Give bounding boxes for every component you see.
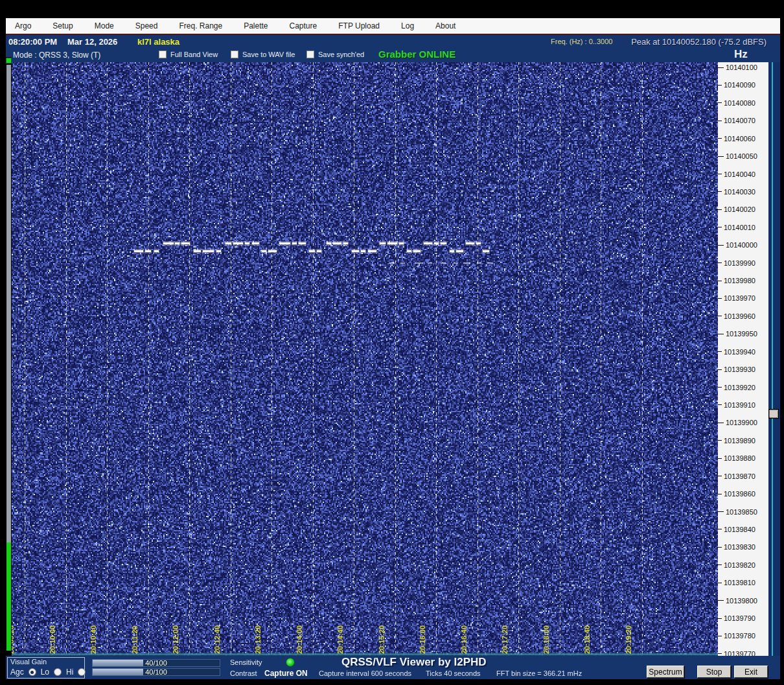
freq-scale-row: 10139810 [718, 579, 755, 587]
freq-scale-row: 10139780 [718, 632, 755, 640]
freq-tick [718, 440, 722, 441]
sensitivity-slider[interactable]: 40/100 [92, 659, 220, 667]
window-left-border [0, 0, 6, 685]
menu-item-setup[interactable]: Setup [52, 21, 73, 30]
freq-scale-row: 10140000 [718, 241, 757, 250]
info-bar: 08:20:00 PM Mar 12, 2026 kl7l alaska Fre… [6, 34, 780, 48]
menu-item-ftp-upload[interactable]: FTP Upload [338, 21, 380, 30]
progress-led-icon [6, 58, 12, 64]
checkbox-group: Save synch'ed [306, 51, 364, 58]
freq-label: 10139970 [724, 294, 755, 302]
freq-scale-row: 10139950 [718, 330, 757, 338]
radio-selected-dot [30, 671, 34, 674]
time-label: 20:17:20 [501, 625, 509, 654]
sensitivity-label: Sensitivity [230, 658, 262, 666]
radio-button-lo[interactable] [54, 668, 62, 676]
freq-label: 10139930 [724, 366, 755, 373]
checkbox-label: Full Band View [170, 51, 218, 58]
menu-item-speed[interactable]: Speed [135, 21, 158, 30]
time-label: 20:14:00 [295, 625, 303, 654]
freq-tick [718, 618, 722, 619]
freq-tick [718, 636, 722, 636]
waterfall-display: 20:09:2020:10:0020:10:4020:11:2020:12:00… [12, 62, 718, 656]
visual-gain-group: Visual Gain AgcLoHi [7, 657, 85, 679]
bottom-control-bar: Visual Gain AgcLoHi Sensitivity Contrast… [6, 656, 780, 679]
freq-scale-row: 10139980 [718, 277, 755, 285]
capture-progress-column [6, 57, 12, 656]
stop-button[interactable]: Stop [697, 666, 731, 678]
freq-scale-row: 10139900 [718, 419, 757, 427]
radio-button-hi[interactable] [78, 668, 86, 676]
freq-tick [718, 209, 722, 210]
menu-item-log[interactable]: Log [401, 21, 414, 30]
freq-label: 10139790 [724, 614, 755, 622]
menu-item-freq-range[interactable]: Freq. Range [179, 21, 222, 30]
freq-label: 10140100 [726, 64, 757, 71]
freq-scale-row: 10139820 [718, 561, 755, 569]
time-label: 20:13:20 [254, 625, 262, 654]
freq-tick [718, 85, 722, 86]
capture-interval-info: Capture interval 600 seconds [319, 669, 411, 677]
menu-item-mode[interactable]: Mode [95, 21, 114, 30]
capture-led-icon [286, 658, 295, 667]
time-label: 20:12:00 [172, 625, 179, 654]
time-label: 20:10:40 [89, 625, 97, 654]
freq-label: 10140080 [724, 99, 755, 107]
frequency-scale: 1014010010140090101400801014007010140060… [718, 62, 768, 658]
freq-scale-row: 10139960 [718, 312, 755, 320]
slider-value: 40/100 [93, 668, 220, 676]
freq-tick [718, 529, 722, 529]
clock-date: Mar 12, 2026 [67, 37, 117, 47]
contrast-label: Contrast [230, 669, 257, 677]
freq-scale-row: 10140060 [718, 134, 755, 143]
peak-readout: Peak at 10140052.180 (-75.2 dBFS) [631, 37, 767, 47]
freq-label: 10140000 [726, 241, 757, 249]
freq-label: 10140050 [726, 152, 757, 160]
freq-scale-row: 10140010 [718, 223, 755, 231]
spectrum-button[interactable]: Spectrum [647, 666, 684, 678]
menu-item-palette[interactable]: Palette [244, 21, 268, 30]
freq-scale-row: 10139910 [718, 401, 755, 409]
exit-button[interactable]: Exit [734, 666, 768, 678]
freq-label: 10139860 [724, 490, 755, 498]
callsign-label: kl7l alaska [137, 37, 179, 47]
freq-label: 10139920 [724, 384, 755, 391]
freq-label: 10139870 [724, 472, 755, 480]
freq-label: 10139950 [726, 330, 757, 338]
time-label: 20:16:40 [460, 625, 468, 654]
freq-label: 10139800 [726, 597, 757, 605]
freq-label: 10140010 [724, 224, 755, 231]
freq-scale-row: 10140070 [718, 117, 755, 125]
freq-scale-row: 10139840 [718, 525, 755, 533]
freq-tick [718, 121, 722, 121]
freq-tick [718, 174, 722, 174]
freq-scale-row: 10139990 [718, 259, 755, 267]
freq-label: 10139910 [724, 401, 755, 409]
checkbox-icon[interactable] [306, 51, 314, 58]
freq-label: 10140040 [724, 170, 755, 178]
menu-item-argo[interactable]: Argo [15, 21, 31, 30]
time-label: 20:12:40 [213, 625, 221, 654]
freq-scale-row: 10140020 [718, 205, 755, 214]
menu-item-capture[interactable]: Capture [290, 21, 317, 30]
freq-tick [718, 351, 722, 352]
scrollbar-thumb[interactable] [769, 410, 778, 418]
frequency-scrollbar[interactable] [768, 62, 780, 656]
radio-label-lo: Lo [41, 668, 49, 677]
freq-label: 10139810 [724, 579, 755, 586]
freq-scale-row: 10139790 [718, 614, 755, 623]
visual-gain-label: Visual Gain [10, 658, 47, 666]
time-label: 20:16:00 [419, 625, 426, 654]
freq-tick [718, 298, 722, 299]
freq-label: 10139990 [724, 259, 755, 267]
checkbox-icon[interactable] [231, 51, 238, 58]
spectrogram-canvas[interactable] [12, 62, 718, 656]
visual-gain-radios: AgcLoHi [10, 668, 86, 677]
checkbox-icon[interactable] [159, 51, 167, 58]
radio-button-agc[interactable] [29, 668, 36, 676]
checkbox-group: Save to WAV file [231, 51, 295, 58]
menu-item-about[interactable]: About [435, 21, 455, 30]
freq-unit-label: Hz [734, 48, 748, 61]
contrast-slider[interactable]: 40/100 [92, 668, 220, 676]
freq-tick [718, 102, 722, 103]
